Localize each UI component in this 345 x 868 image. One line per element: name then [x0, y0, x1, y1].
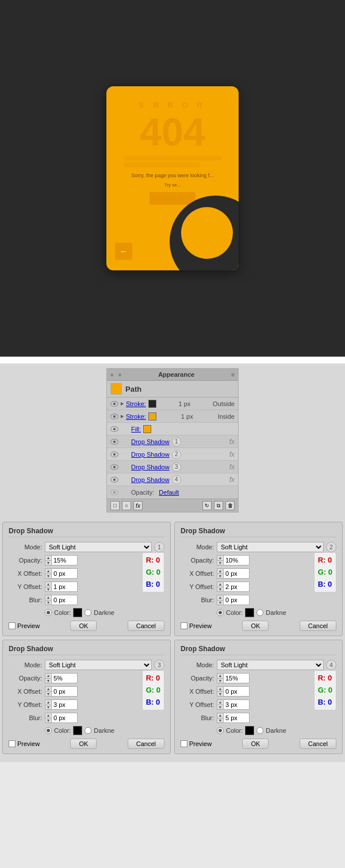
dialog3-x-spinner[interactable]: ▲ ▼ 0 px [45, 686, 78, 697]
dialog4-opacity-value[interactable]: 15% [224, 673, 250, 683]
dialog4-cancel-button[interactable]: Cancel [300, 739, 336, 749]
dialog1-y-spinner[interactable]: ▲ ▼ 1 px [45, 582, 78, 592]
delete-icon[interactable]: 🗑 [225, 501, 235, 510]
eye-icon-opacity[interactable] [110, 490, 118, 495]
dialog4-color-swatch[interactable] [245, 726, 254, 735]
dialog2-opacity-spinner[interactable]: ▲ ▼ 10% [217, 555, 250, 565]
dialog1-y-value[interactable]: 1 px [52, 582, 78, 592]
expand-stroke1[interactable] [121, 402, 124, 406]
dialog2-x-spinner[interactable]: ▲ ▼ 0 px [217, 568, 250, 579]
dialog3-blur-value[interactable]: 0 px [52, 713, 78, 723]
dialog1-color-swatch[interactable] [73, 608, 82, 617]
eye-icon-fill[interactable] [110, 426, 118, 432]
dialog4-preview-label: Preview [189, 740, 212, 747]
shadow1-label[interactable]: Drop Shadow [131, 438, 170, 445]
eye-icon-stroke2[interactable] [110, 414, 118, 419]
stroke2-swatch[interactable] [148, 412, 156, 420]
dialog4-ok-button[interactable]: OK [242, 739, 269, 749]
rgb-b-4: B: 0 [318, 697, 332, 709]
dialog2-color-swatch[interactable] [245, 608, 254, 617]
dialog2-x-value[interactable]: 0 px [224, 568, 250, 579]
dialog2-blur-value[interactable]: 0 px [224, 595, 250, 605]
eye-icon-stroke1[interactable] [110, 401, 118, 407]
dialog4-x-value[interactable]: 0 px [224, 686, 250, 697]
dialog1-blur-spinner[interactable]: ▲ ▼ 0 px [45, 595, 78, 605]
dialog2-badge: 2 [326, 542, 336, 552]
dialog3-opacity-value[interactable]: 5% [52, 673, 78, 683]
error-card: E R R O R 404 Sorry, the page you were l… [106, 86, 239, 270]
color-radio-4[interactable] [217, 727, 224, 734]
color-radio-3[interactable] [45, 727, 52, 734]
shadow2-label[interactable]: Drop Shadow [131, 451, 170, 458]
darkne-radio-2[interactable] [256, 609, 263, 616]
expand-stroke2[interactable] [121, 415, 124, 418]
dialog3-y-value[interactable]: 3 px [52, 699, 78, 710]
dialog3-opacity-spinner[interactable]: ▲ ▼ 5% [45, 673, 78, 683]
dialog3-x-value[interactable]: 0 px [52, 686, 78, 697]
stroke2-label[interactable]: Stroke: [126, 413, 146, 420]
dialog4-title: Drop Shadow [181, 645, 336, 655]
shadow3-label[interactable]: Drop Shadow [131, 464, 170, 471]
dialog4-blur-value[interactable]: 5 px [224, 713, 250, 723]
dialog2-y-value[interactable]: 2 px [224, 582, 250, 592]
drop-shadow-dialog-2: Drop Shadow Mode: Soft Light 2 Opacity: … [174, 522, 343, 636]
eye-icon-shadow2[interactable] [110, 452, 118, 457]
dialog3-ok-button[interactable]: OK [70, 739, 97, 749]
dialog4-opacity-spinner[interactable]: ▲ ▼ 15% [217, 673, 250, 683]
dialog3-cancel-button[interactable]: Cancel [128, 739, 164, 749]
dialog2-preview-checkbox[interactable] [181, 622, 187, 629]
dialog3-color-swatch[interactable] [73, 726, 82, 735]
add-square-icon[interactable]: □ [110, 501, 120, 510]
fx-footer-icon[interactable]: fx [133, 501, 143, 510]
fill-label[interactable]: Fill: [131, 426, 141, 433]
stroke1-label[interactable]: Stroke: [126, 400, 146, 407]
color-radio-1[interactable] [45, 609, 52, 616]
dialog1-opacity-value[interactable]: 15% [52, 555, 78, 565]
color-radio-2[interactable] [217, 609, 224, 616]
dialog2-y-row: Y Offset: ▲ ▼ 2 px [181, 582, 336, 592]
darkne-radio-3[interactable] [85, 727, 91, 734]
dialog3-mode-select[interactable]: Soft Light [45, 660, 152, 670]
dialog4-y-value[interactable]: 3 px [224, 699, 250, 710]
fill-swatch[interactable] [143, 425, 151, 433]
dialog2-mode-select[interactable]: Soft Light [217, 542, 324, 552]
dialog1-ok-button[interactable]: OK [70, 621, 97, 631]
dialog2-blur-spinner[interactable]: ▲ ▼ 0 px [217, 595, 250, 605]
dialog4-x-spinner[interactable]: ▲ ▼ 0 px [217, 686, 250, 697]
eye-icon-shadow1[interactable] [110, 439, 118, 445]
appearance-tab[interactable]: Appearance [156, 370, 197, 378]
dialog1-opacity-spinner[interactable]: ▲ ▼ 15% [45, 555, 78, 565]
eye-icon-shadow3[interactable] [110, 464, 118, 470]
dialog2-y-spinner[interactable]: ▲ ▼ 2 px [217, 582, 250, 592]
dialog4-mode-select[interactable]: Soft Light [217, 660, 324, 670]
dialog4-y-spinner[interactable]: ▲ ▼ 3 px [217, 699, 250, 710]
darkne-radio-1[interactable] [85, 609, 91, 616]
dialog1-x-value[interactable]: 0 px [52, 568, 78, 579]
dialog3-y-spinner[interactable]: ▲ ▼ 3 px [45, 699, 78, 710]
eye-icon-shadow4[interactable] [110, 477, 118, 483]
opacity-value[interactable]: Default [159, 489, 179, 496]
dialog1-cancel-button[interactable]: Cancel [128, 621, 164, 631]
spinner-up[interactable]: ▲ [45, 556, 51, 561]
dialog1-x-spinner[interactable]: ▲ ▼ 0 px [45, 568, 78, 579]
dialog2-ok-button[interactable]: OK [242, 621, 269, 631]
add-circle-icon[interactable]: ○ [122, 501, 131, 510]
dialog2-cancel-button[interactable]: Cancel [300, 621, 336, 631]
dialog3-blur-spinner[interactable]: ▲ ▼ 0 px [45, 713, 78, 723]
spinner-down[interactable]: ▼ [45, 561, 51, 565]
dialog3-preview-checkbox[interactable] [9, 740, 16, 747]
back-button[interactable]: ← [115, 243, 132, 260]
dialog1-blur-value[interactable]: 0 px [52, 595, 78, 605]
shadow4-label[interactable]: Drop Shadow [131, 476, 170, 483]
stroke1-swatch[interactable] [148, 400, 156, 408]
duplicate-icon[interactable]: ⧉ [214, 501, 223, 510]
dialog4-preview-checkbox[interactable] [181, 740, 187, 747]
circle-arrow-icon[interactable]: ↻ [202, 501, 212, 510]
panel-menu-icon[interactable]: ≡ [231, 372, 235, 378]
dialog2-opacity-value[interactable]: 10% [224, 555, 250, 565]
dialog4-blur-spinner[interactable]: ▲ ▼ 5 px [217, 713, 250, 723]
dialog1-mode-select[interactable]: Soft Light [45, 542, 152, 552]
rgb-badge-4: R: 0 G: 0 B: 0 [314, 670, 336, 710]
darkne-radio-4[interactable] [256, 727, 263, 734]
dialog1-preview-checkbox[interactable] [9, 622, 16, 629]
